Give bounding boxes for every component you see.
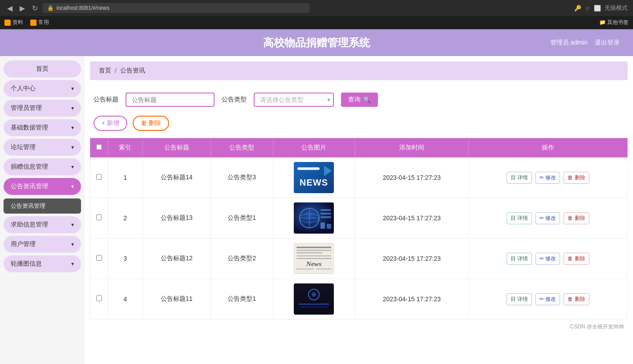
row1-checkbox-cell [90,158,108,198]
svg-rect-26 [298,303,329,305]
sidebar-label-help: 求助信息管理 [11,221,48,229]
svg-rect-15 [296,247,331,248]
row1-title: 公告标题14 [142,158,211,198]
row2-modify-button[interactable]: ✏ 修改 [536,212,560,224]
search-title-label: 公告标题 [93,96,118,104]
row2-image [294,202,334,234]
sidebar-label-news-parent: 公告资讯管理 [11,182,48,190]
other-bookmarks[interactable]: 📁 其他书签 [599,19,629,26]
sidebar-item-donation[interactable]: 捐赠信息管理 ▾ [4,158,81,175]
query-button[interactable]: 查询 🔍 [341,93,378,107]
row1-checkbox[interactable] [96,174,102,180]
bookmark-label-changyong: 常用 [38,19,49,26]
row4-image [294,283,334,315]
table-header-type: 公告类型 [211,138,273,158]
row3-image: News [294,243,334,274]
table-row: 3 公告标题12 公告类型2 News [90,239,628,279]
app-title: 高校物品捐赠管理系统 [263,36,370,50]
bookmark-ziliao[interactable]: 资料 [4,19,23,26]
url-bar[interactable]: 🔒 localhost:8081/#/news [43,3,310,13]
breadcrumb: 首页 / 公告资讯 [90,61,628,80]
row1-detail-button[interactable]: 目 详情 [507,172,532,184]
row2-time: 2023-04-15 17:27:23 [355,198,468,239]
row3-time: 2023-04-15 17:27:23 [355,239,468,279]
row4-delete-button[interactable]: 🗑 删除 [564,293,589,305]
main-layout: 首页 个人中心 ▾ 管理员管理 ▾ 基础数据管理 ▾ 论坛管理 ▾ 捐赠信息管理… [0,56,633,364]
bulk-delete-button[interactable]: 🗑 删除 [133,116,169,131]
chevron-down-icon-basedata: ▾ [71,125,74,131]
table-header-ops: 操作 [468,138,628,158]
svg-rect-18 [296,255,331,256]
sidebar-item-basedata[interactable]: 基础数据管理 ▾ [4,119,81,136]
row2-checkbox-cell [90,198,108,239]
breadcrumb-home[interactable]: 首页 [99,67,111,75]
table-header-img: 公告图片 [273,138,355,158]
sidebar-item-users[interactable]: 用户管理 ▾ [4,236,81,253]
search-title-input[interactable] [126,93,215,107]
query-label: 查询 [348,96,361,104]
sidebar-label-basedata: 基础数据管理 [11,124,48,132]
bookmark-changyong[interactable]: 常用 [30,19,49,26]
window-icon[interactable]: ⬜ [594,5,601,12]
row3-checkbox[interactable] [96,255,102,261]
sidebar-item-news-mgmt[interactable]: 公告资讯管理 [4,198,81,214]
star-icon[interactable]: ☆ [585,5,590,12]
sidebar-item-news-parent[interactable]: 公告资讯管理 ▾ [4,178,81,195]
row4-detail-button[interactable]: 目 详情 [507,293,532,305]
app-header: 高校物品捐赠管理系统 管理员 admin 退出登录 [0,29,633,56]
data-table: 索引 公告标题 公告类型 公告图片 添加时间 操作 1 公告标题14 公告类型3 [90,138,628,320]
admin-label: 管理员 admin [550,39,588,47]
row3-title: 公告标题12 [142,239,211,279]
row2-delete-button[interactable]: 🗑 删除 [564,212,589,224]
refresh-button[interactable]: ↻ [30,4,39,12]
row4-checkbox[interactable] [96,295,102,301]
chevron-down-icon-donation: ▾ [71,164,74,170]
row1-delete-button[interactable]: 🗑 删除 [564,172,589,184]
row4-checkbox-cell [90,279,108,320]
row3-detail-button[interactable]: 目 详情 [507,253,532,265]
back-button[interactable]: ◀ [5,4,14,12]
forward-button[interactable]: ▶ [18,4,27,12]
sidebar-item-carousel[interactable]: 轮播图信息 ▾ [4,255,81,272]
row3-modify-button[interactable]: ✏ 修改 [536,253,560,265]
sidebar-label-home: 首页 [36,65,49,73]
chevron-down-icon-forum: ▾ [71,144,74,150]
sidebar-item-home[interactable]: 首页 [4,61,81,77]
row3-delete-button[interactable]: 🗑 删除 [564,253,589,265]
svg-rect-22 [316,268,331,269]
row4-modify-button[interactable]: ✏ 修改 [536,293,560,305]
row1-img-cell: NEWS [273,158,355,198]
bookmark-icon-changyong [30,20,37,26]
row1-modify-button[interactable]: ✏ 修改 [536,172,560,184]
svg-point-25 [312,292,316,297]
sidebar-item-admin[interactable]: 管理员管理 ▾ [4,100,81,117]
watermark: CSDN @全栈开发帅帅 [85,320,633,334]
sidebar-item-forum[interactable]: 论坛管理 ▾ [4,139,81,156]
row3-checkbox-cell [90,239,108,279]
sidebar-item-profile[interactable]: 个人中心 ▾ [4,80,81,97]
table-row: 1 公告标题14 公告类型3 [90,158,628,198]
sidebar-label-forum: 论坛管理 [11,143,36,151]
type-select-wrapper: 请选择公告类型 公告类型1 公告类型2 公告类型3 ▾ [254,93,334,107]
chevron-down-icon-users: ▾ [71,241,74,247]
table-row: 2 公告标题13 公告类型1 [90,198,628,239]
bookmarks-bar: 资料 常用 📁 其他书签 [0,16,633,29]
row2-checkbox[interactable] [96,214,102,220]
table-row: 4 公告标题11 公告类型1 [90,279,628,320]
row3-index: 3 [108,239,143,279]
svg-rect-23 [294,283,334,315]
incognito-label: 无痕模式 [605,4,628,12]
type-select[interactable]: 请选择公告类型 公告类型1 公告类型2 公告类型3 [254,93,334,107]
sidebar-label-donation: 捐赠信息管理 [11,163,48,171]
table-header-checkbox [90,138,108,158]
select-all-checkbox[interactable] [96,144,102,150]
row2-type: 公告类型1 [211,198,273,239]
row4-index: 4 [108,279,143,320]
add-button[interactable]: + 新增 [93,116,127,131]
logout-button[interactable]: 退出登录 [595,39,620,47]
row2-detail-button[interactable]: 目 详情 [507,212,532,224]
svg-text:News: News [306,260,322,267]
browser-chrome: ◀ ▶ ↻ 🔒 localhost:8081/#/news 🔑 ☆ ⬜ 无痕模式 [0,0,633,16]
sidebar-item-help[interactable]: 求助信息管理 ▾ [4,216,81,233]
svg-rect-17 [296,252,323,253]
